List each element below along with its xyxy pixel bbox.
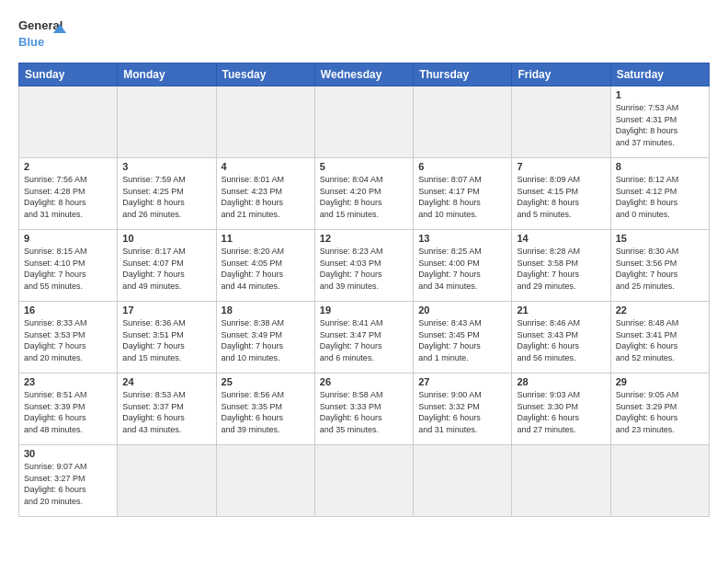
calendar-cell: 12Sunrise: 8:23 AM Sunset: 4:03 PM Dayli… [314, 230, 413, 302]
day-number: 10 [122, 233, 210, 244]
day-number: 1 [616, 89, 704, 100]
page: General Blue SundayMondayTuesdayWednesda… [0, 0, 728, 526]
day-number: 22 [616, 304, 704, 316]
day-info: Sunrise: 8:48 AM Sunset: 3:41 PM Dayligh… [616, 317, 704, 363]
day-number: 18 [222, 304, 310, 316]
day-number: 17 [122, 304, 210, 316]
calendar-cell [118, 445, 216, 517]
calendar-cell: 6Sunrise: 8:07 AM Sunset: 4:17 PM Daylig… [414, 158, 512, 230]
day-info: Sunrise: 8:53 AM Sunset: 3:37 PM Dayligh… [122, 389, 210, 435]
day-info: Sunrise: 8:12 AM Sunset: 4:12 PM Dayligh… [616, 174, 704, 220]
calendar-row-5: 23Sunrise: 8:51 AM Sunset: 3:39 PM Dayli… [19, 373, 710, 445]
weekday-header-friday: Friday [512, 63, 610, 86]
day-number: 25 [222, 376, 310, 387]
day-info: Sunrise: 8:30 AM Sunset: 3:56 PM Dayligh… [616, 246, 704, 292]
day-info: Sunrise: 8:51 AM Sunset: 3:39 PM Dayligh… [24, 389, 112, 435]
day-number: 29 [616, 376, 704, 387]
calendar-cell: 28Sunrise: 9:03 AM Sunset: 3:30 PM Dayli… [512, 373, 610, 445]
day-number: 23 [24, 376, 112, 387]
weekday-header-row: SundayMondayTuesdayWednesdayThursdayFrid… [19, 63, 710, 86]
calendar-cell [314, 86, 413, 158]
calendar-cell: 5Sunrise: 8:04 AM Sunset: 4:20 PM Daylig… [314, 158, 413, 230]
day-number: 4 [222, 161, 310, 172]
calendar-cell: 26Sunrise: 8:58 AM Sunset: 3:33 PM Dayli… [314, 373, 413, 445]
calendar-cell [414, 86, 512, 158]
calendar-cell: 1Sunrise: 7:53 AM Sunset: 4:31 PM Daylig… [610, 86, 709, 158]
calendar-cell: 24Sunrise: 8:53 AM Sunset: 3:37 PM Dayli… [118, 373, 216, 445]
calendar-cell: 13Sunrise: 8:25 AM Sunset: 4:00 PM Dayli… [414, 230, 512, 302]
calendar-cell: 8Sunrise: 8:12 AM Sunset: 4:12 PM Daylig… [610, 158, 709, 230]
calendar-row-3: 9Sunrise: 8:15 AM Sunset: 4:10 PM Daylig… [19, 230, 710, 302]
day-info: Sunrise: 8:28 AM Sunset: 3:58 PM Dayligh… [517, 246, 605, 292]
day-number: 27 [418, 376, 506, 387]
weekday-header-monday: Monday [118, 63, 216, 86]
day-info: Sunrise: 8:25 AM Sunset: 4:00 PM Dayligh… [418, 246, 506, 292]
weekday-header-tuesday: Tuesday [216, 63, 314, 86]
day-number: 14 [517, 233, 605, 244]
calendar-cell: 27Sunrise: 9:00 AM Sunset: 3:32 PM Dayli… [414, 373, 512, 445]
calendar-cell [512, 86, 610, 158]
weekday-header-saturday: Saturday [610, 63, 709, 86]
calendar-cell: 22Sunrise: 8:48 AM Sunset: 3:41 PM Dayli… [610, 302, 709, 373]
calendar-cell: 30Sunrise: 9:07 AM Sunset: 3:27 PM Dayli… [19, 445, 118, 517]
calendar-cell: 18Sunrise: 8:38 AM Sunset: 3:49 PM Dayli… [216, 302, 314, 373]
day-number: 6 [418, 161, 506, 172]
calendar-cell [414, 445, 512, 517]
calendar-cell: 14Sunrise: 8:28 AM Sunset: 3:58 PM Dayli… [512, 230, 610, 302]
calendar-cell [216, 86, 314, 158]
calendar-cell [216, 445, 314, 517]
day-number: 30 [24, 448, 112, 459]
day-number: 19 [320, 304, 408, 316]
calendar-cell: 25Sunrise: 8:56 AM Sunset: 3:35 PM Dayli… [216, 373, 314, 445]
calendar-row-4: 16Sunrise: 8:33 AM Sunset: 3:53 PM Dayli… [19, 302, 710, 373]
day-info: Sunrise: 8:38 AM Sunset: 3:49 PM Dayligh… [222, 317, 310, 363]
calendar-cell: 23Sunrise: 8:51 AM Sunset: 3:39 PM Dayli… [19, 373, 118, 445]
calendar-cell: 2Sunrise: 7:56 AM Sunset: 4:28 PM Daylig… [19, 158, 118, 230]
calendar-cell: 10Sunrise: 8:17 AM Sunset: 4:07 PM Dayli… [118, 230, 216, 302]
day-info: Sunrise: 8:20 AM Sunset: 4:05 PM Dayligh… [222, 246, 310, 292]
day-number: 21 [517, 304, 605, 316]
day-number: 11 [222, 233, 310, 244]
calendar-cell: 11Sunrise: 8:20 AM Sunset: 4:05 PM Dayli… [216, 230, 314, 302]
day-info: Sunrise: 9:05 AM Sunset: 3:29 PM Dayligh… [616, 389, 704, 435]
weekday-header-sunday: Sunday [19, 63, 118, 86]
calendar-cell [118, 86, 216, 158]
calendar-cell: 3Sunrise: 7:59 AM Sunset: 4:25 PM Daylig… [118, 158, 216, 230]
day-info: Sunrise: 8:36 AM Sunset: 3:51 PM Dayligh… [122, 317, 210, 363]
logo: General Blue [18, 15, 74, 53]
day-info: Sunrise: 7:53 AM Sunset: 4:31 PM Dayligh… [616, 102, 704, 148]
day-number: 5 [320, 161, 408, 172]
svg-text:Blue: Blue [18, 35, 44, 49]
day-number: 2 [24, 161, 112, 172]
calendar-cell: 29Sunrise: 9:05 AM Sunset: 3:29 PM Dayli… [610, 373, 709, 445]
calendar-cell: 15Sunrise: 8:30 AM Sunset: 3:56 PM Dayli… [610, 230, 709, 302]
day-info: Sunrise: 8:43 AM Sunset: 3:45 PM Dayligh… [418, 317, 506, 363]
day-info: Sunrise: 8:09 AM Sunset: 4:15 PM Dayligh… [517, 174, 605, 220]
day-info: Sunrise: 8:41 AM Sunset: 3:47 PM Dayligh… [320, 317, 408, 363]
calendar-cell [314, 445, 413, 517]
calendar-cell [19, 86, 118, 158]
day-info: Sunrise: 8:01 AM Sunset: 4:23 PM Dayligh… [222, 174, 310, 220]
calendar-row-6: 30Sunrise: 9:07 AM Sunset: 3:27 PM Dayli… [19, 445, 710, 517]
calendar-cell: 16Sunrise: 8:33 AM Sunset: 3:53 PM Dayli… [19, 302, 118, 373]
day-info: Sunrise: 8:07 AM Sunset: 4:17 PM Dayligh… [418, 174, 506, 220]
day-info: Sunrise: 8:56 AM Sunset: 3:35 PM Dayligh… [222, 389, 310, 435]
day-info: Sunrise: 8:23 AM Sunset: 4:03 PM Dayligh… [320, 246, 408, 292]
day-number: 8 [616, 161, 704, 172]
day-number: 16 [24, 304, 112, 316]
weekday-header-wednesday: Wednesday [314, 63, 413, 86]
calendar-cell [610, 445, 709, 517]
day-number: 3 [122, 161, 210, 172]
calendar-cell: 17Sunrise: 8:36 AM Sunset: 3:51 PM Dayli… [118, 302, 216, 373]
day-number: 28 [517, 376, 605, 387]
calendar-cell [512, 445, 610, 517]
day-number: 12 [320, 233, 408, 244]
day-number: 9 [24, 233, 112, 244]
day-info: Sunrise: 8:58 AM Sunset: 3:33 PM Dayligh… [320, 389, 408, 435]
day-number: 13 [418, 233, 506, 244]
day-info: Sunrise: 9:07 AM Sunset: 3:27 PM Dayligh… [24, 461, 112, 507]
day-info: Sunrise: 7:56 AM Sunset: 4:28 PM Dayligh… [24, 174, 112, 220]
day-info: Sunrise: 8:04 AM Sunset: 4:20 PM Dayligh… [320, 174, 408, 220]
day-number: 20 [418, 304, 506, 316]
day-info: Sunrise: 8:33 AM Sunset: 3:53 PM Dayligh… [24, 317, 112, 363]
